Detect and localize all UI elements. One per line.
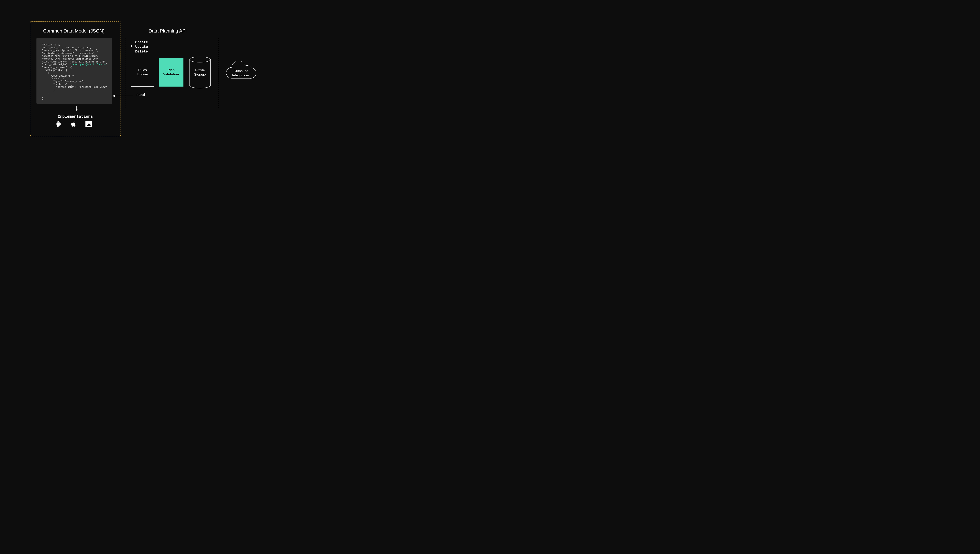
implementations-label: Implementations [57,115,93,119]
code-line: … [39,94,49,97]
code-highlight: developers@mparticle.com [72,63,105,66]
code-line: { [39,41,41,43]
arrow-left-icon [113,95,133,97]
plan-validation-box: Plan Validation [159,58,184,86]
code-line: } [39,89,55,91]
divider-line [125,38,125,108]
svg-rect-5 [60,123,61,125]
divider-line [218,38,218,108]
svg-point-0 [57,122,58,122]
apple-icon [70,121,76,127]
code-line: "last_modified_by": " [39,63,72,66]
code-line: { [39,72,49,75]
code-line: "created_on": "2019-11-24T14:45:03.013", [39,55,98,57]
svg-point-1 [59,122,59,122]
update-label: Update [135,45,148,49]
code-line: "activated_environment": "production", [39,52,96,55]
read-label: Read [136,93,145,97]
svg-rect-4 [56,123,57,125]
code-line: " [105,63,107,66]
code-line: "last_modified_on": "2019-11-24T18:58:58… [39,60,107,63]
crud-labels: Create Update Delete [135,40,148,54]
create-label: Create [135,40,148,45]
code-line: "criteria": { [39,83,72,86]
code-line: "data_points": [ [39,69,67,72]
outbound-label: Outbound Integrations [227,69,255,78]
code-line: "screen_name": "Marketing Page View" [39,86,107,89]
android-icon [55,121,61,127]
rules-engine-label: Rules Engine [137,68,148,76]
code-line: }, [39,97,45,100]
js-icon: JS [85,121,92,127]
code-line: … [39,91,49,94]
code-line: "data_plan_id": "mobile_data_plan", [39,46,91,49]
platform-icons: JS [55,121,92,127]
code-line: "version": 1, [39,43,61,46]
code-line: "version_document": { [39,66,72,69]
arrow-right-icon [113,45,133,47]
code-line: "type": "screen_view", [39,80,84,83]
svg-point-6 [189,57,211,62]
code-line: "match": { [39,77,65,80]
code-line: "created_by": "developers@mparticle.com"… [39,57,100,60]
code-line: "description": "", [39,75,76,77]
json-code-block: { "version": 1, "data_plan_id": "mobile_… [37,38,112,104]
cdm-title: Common Data Model (JSON) [43,28,104,34]
svg-line-3 [59,121,59,121]
api-title: Data Planning API [148,28,187,34]
plan-validation-label: Plan Validation [163,68,179,76]
profile-storage-label: Profile Storage [187,68,212,77]
arrow-down-icon [75,106,78,111]
svg-line-2 [57,121,57,121]
delete-label: Delete [135,49,148,54]
rules-engine-box: Rules Engine [131,58,154,86]
code-line: "version_description": "first version!", [39,49,98,52]
